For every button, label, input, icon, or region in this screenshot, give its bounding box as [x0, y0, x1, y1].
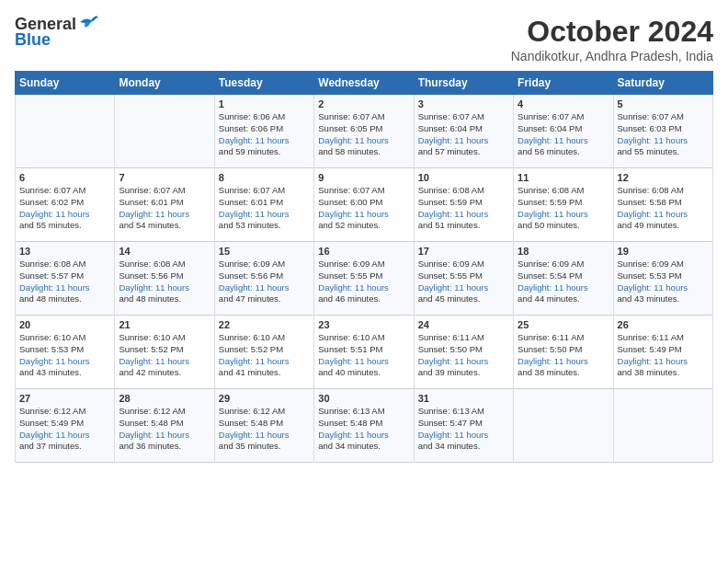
calendar-cell: 28Sunrise: 6:12 AMSunset: 5:48 PMDayligh… — [115, 389, 214, 463]
sun-time: Sunset: 6:01 PM — [119, 197, 183, 207]
day-info: Sunrise: 6:11 AMSunset: 5:50 PMDaylight:… — [418, 332, 509, 379]
calendar-cell: 24Sunrise: 6:11 AMSunset: 5:50 PMDayligh… — [414, 316, 513, 389]
weekday-header-sunday: Sunday — [16, 72, 115, 95]
calendar-cell: 6Sunrise: 6:07 AMSunset: 6:02 PMDaylight… — [16, 168, 115, 242]
sun-time: Sunrise: 6:08 AM — [119, 259, 185, 269]
sun-time: Sunrise: 6:13 AM — [418, 406, 484, 416]
day-number: 12 — [618, 172, 709, 183]
day-info: Sunrise: 6:08 AMSunset: 5:56 PMDaylight:… — [119, 259, 210, 305]
sun-time: Sunrise: 6:09 AM — [518, 259, 584, 269]
sun-time: Sunrise: 6:09 AM — [318, 259, 384, 269]
day-number: 15 — [219, 246, 310, 257]
daylight-hours: Daylight: 11 hours — [318, 430, 389, 440]
sun-time: and 36 minutes. — [119, 441, 181, 451]
daylight-hours: Daylight: 11 hours — [518, 135, 588, 145]
sun-time: and 44 minutes. — [518, 293, 580, 304]
day-number: 1 — [219, 98, 310, 109]
day-number: 23 — [318, 319, 409, 330]
daylight-hours: Daylight: 11 hours — [418, 135, 489, 145]
day-number: 27 — [19, 393, 110, 404]
sun-time: Sunrise: 6:11 AM — [418, 332, 484, 342]
calendar-cell — [514, 389, 613, 463]
daylight-hours: Daylight: 11 hours — [19, 356, 90, 366]
day-info: Sunrise: 6:07 AMSunset: 6:05 PMDaylight:… — [318, 111, 409, 158]
day-info: Sunrise: 6:11 AMSunset: 5:50 PMDaylight:… — [518, 332, 609, 379]
day-number: 28 — [119, 393, 210, 404]
day-info: Sunrise: 6:10 AMSunset: 5:52 PMDaylight:… — [119, 332, 210, 379]
daylight-hours: Daylight: 11 hours — [318, 135, 389, 145]
sun-time: Sunset: 6:02 PM — [19, 197, 84, 207]
sun-time: Sunset: 6:01 PM — [219, 197, 283, 207]
daylight-hours: Daylight: 11 hours — [119, 209, 189, 219]
sun-time: Sunset: 6:06 PM — [219, 123, 283, 133]
day-info: Sunrise: 6:07 AMSunset: 6:01 PMDaylight:… — [219, 185, 310, 232]
day-number: 25 — [518, 319, 609, 330]
sun-time: Sunrise: 6:07 AM — [618, 111, 684, 121]
day-number: 11 — [518, 172, 609, 183]
location-title: Nandikotkur, Andhra Pradesh, India — [511, 49, 713, 63]
sun-time: Sunset: 6:03 PM — [618, 123, 682, 133]
sun-time: and 52 minutes. — [318, 220, 381, 230]
sun-time: Sunrise: 6:07 AM — [518, 111, 584, 121]
sun-time: Sunset: 5:47 PM — [418, 418, 483, 428]
day-number: 16 — [318, 246, 409, 257]
daylight-hours: Daylight: 11 hours — [418, 282, 489, 293]
day-number: 3 — [418, 98, 509, 109]
sun-time: and 34 minutes. — [318, 441, 381, 451]
sun-time: and 58 minutes. — [318, 146, 381, 156]
sun-time: Sunset: 5:50 PM — [418, 344, 483, 354]
sun-time: Sunrise: 6:07 AM — [119, 185, 185, 195]
daylight-hours: Daylight: 11 hours — [219, 135, 290, 145]
sun-time: Sunset: 5:48 PM — [219, 418, 283, 428]
daylight-hours: Daylight: 11 hours — [119, 282, 189, 293]
calendar-week-5: 27Sunrise: 6:12 AMSunset: 5:49 PMDayligh… — [16, 389, 713, 463]
day-info: Sunrise: 6:08 AMSunset: 5:59 PMDaylight:… — [418, 185, 509, 232]
day-info: Sunrise: 6:09 AMSunset: 5:53 PMDaylight:… — [618, 259, 709, 305]
sun-time: and 39 minutes. — [418, 367, 481, 377]
daylight-hours: Daylight: 11 hours — [119, 430, 189, 440]
sun-time: Sunset: 6:04 PM — [518, 123, 582, 133]
day-info: Sunrise: 6:07 AMSunset: 6:02 PMDaylight:… — [19, 185, 110, 232]
calendar-cell: 11Sunrise: 6:08 AMSunset: 5:59 PMDayligh… — [514, 168, 613, 242]
calendar-cell: 23Sunrise: 6:10 AMSunset: 5:51 PMDayligh… — [314, 316, 414, 389]
sun-time: and 54 minutes. — [119, 220, 181, 230]
weekday-header-row: SundayMondayTuesdayWednesdayThursdayFrid… — [16, 72, 713, 95]
sun-time: Sunrise: 6:07 AM — [318, 185, 384, 195]
calendar-cell: 9Sunrise: 6:07 AMSunset: 6:00 PMDaylight… — [314, 168, 414, 242]
sun-time: Sunrise: 6:10 AM — [19, 332, 85, 342]
logo-blue-text: Blue — [15, 30, 51, 50]
sun-time: Sunrise: 6:07 AM — [318, 111, 384, 121]
title-section: October 2024 Nandikotkur, Andhra Pradesh… — [511, 15, 713, 63]
sun-time: Sunrise: 6:06 AM — [219, 111, 285, 121]
day-info: Sunrise: 6:10 AMSunset: 5:53 PMDaylight:… — [19, 332, 110, 379]
day-number: 21 — [119, 319, 210, 330]
page-header: General Blue October 2024 Nandikotkur, A… — [15, 15, 713, 63]
calendar-cell: 29Sunrise: 6:12 AMSunset: 5:48 PMDayligh… — [214, 389, 313, 463]
daylight-hours: Daylight: 11 hours — [618, 135, 688, 145]
daylight-hours: Daylight: 11 hours — [618, 209, 688, 219]
sun-time: Sunset: 5:59 PM — [518, 197, 582, 207]
sun-time: and 38 minutes. — [618, 367, 680, 377]
sun-time: Sunrise: 6:08 AM — [518, 185, 584, 195]
calendar-cell: 20Sunrise: 6:10 AMSunset: 5:53 PMDayligh… — [16, 316, 115, 389]
sun-time: and 49 minutes. — [618, 220, 680, 230]
daylight-hours: Daylight: 11 hours — [318, 282, 389, 293]
sun-time: and 35 minutes. — [219, 441, 281, 451]
daylight-hours: Daylight: 11 hours — [318, 209, 389, 219]
daylight-hours: Daylight: 11 hours — [19, 282, 90, 293]
calendar-cell: 14Sunrise: 6:08 AMSunset: 5:56 PMDayligh… — [115, 242, 214, 316]
calendar-cell: 18Sunrise: 6:09 AMSunset: 5:54 PMDayligh… — [514, 242, 613, 316]
weekday-header-monday: Monday — [115, 72, 214, 95]
sun-time: Sunset: 6:00 PM — [318, 197, 382, 207]
day-info: Sunrise: 6:09 AMSunset: 5:56 PMDaylight:… — [219, 259, 310, 305]
sun-time: and 53 minutes. — [219, 220, 281, 230]
sun-time: and 34 minutes. — [418, 441, 481, 451]
sun-time: Sunset: 5:56 PM — [119, 270, 183, 281]
sun-time: Sunrise: 6:12 AM — [219, 406, 285, 416]
daylight-hours: Daylight: 11 hours — [219, 356, 290, 366]
daylight-hours: Daylight: 11 hours — [119, 356, 189, 366]
calendar-cell: 13Sunrise: 6:08 AMSunset: 5:57 PMDayligh… — [16, 242, 115, 316]
day-number: 17 — [418, 246, 509, 257]
sun-time: Sunset: 5:57 PM — [19, 270, 84, 281]
weekday-header-thursday: Thursday — [414, 72, 513, 95]
